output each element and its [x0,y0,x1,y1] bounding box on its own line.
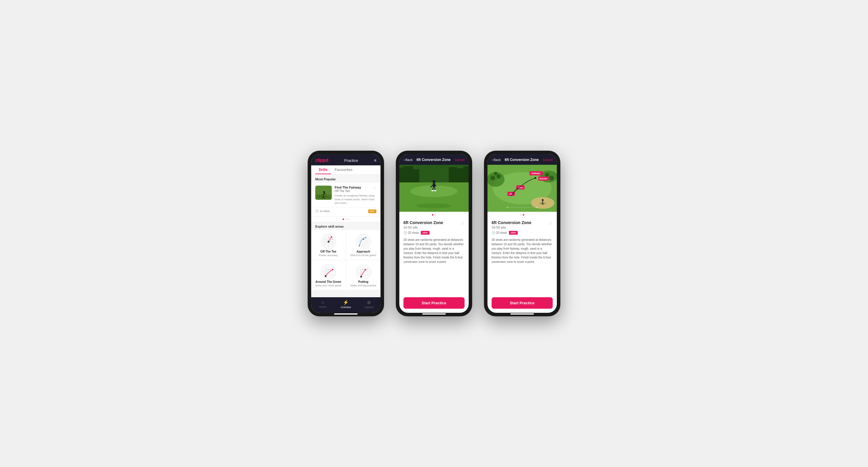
svg-point-58 [431,190,434,191]
back-chevron-icon: ‹ [492,158,493,162]
tab-favourites[interactable]: Favourites [331,165,356,174]
golf-course-map: SAND FAIRWAY ROUGH Hit [488,165,557,212]
back-button[interactable]: ‹ Back [492,158,501,162]
skill-putting[interactable]: Putting Make and lag practice [346,260,380,290]
start-practice-button[interactable]: Start Practice [403,297,465,309]
skill-name: Off The Tee [320,250,336,253]
svg-point-22 [328,237,329,238]
cancel-button[interactable]: Cancel [543,158,553,162]
phone1-header: clippd Practice ≡ [311,154,380,165]
favourite-star-icon[interactable]: ☆ [373,186,376,190]
phone-3: ‹ Back 6ft Conversion Zone Cancel SAND [484,151,560,316]
shots-count: 10 shots [320,210,330,213]
golf-photo-image [399,165,469,212]
skill-desc: Make and lag practice [350,284,376,287]
app-logo: clippd [315,158,328,163]
svg-point-3 [323,191,325,193]
header-title: Practice [344,158,358,163]
svg-point-20 [331,236,332,238]
shots-info: 🕐 20 shots [492,231,507,234]
image-dots [399,212,469,217]
svg-point-38 [360,276,362,277]
tab-drills[interactable]: Drills [315,165,331,174]
phone2-header: ‹ Back 6ft Conversion Zone Cancel [399,154,469,165]
dot-2 [345,219,347,220]
svg-point-30 [321,264,336,279]
putting-icon [355,264,372,280]
svg-point-24 [356,234,371,249]
svg-rect-52 [433,183,435,187]
svg-point-67 [490,176,495,180]
svg-point-81 [542,199,544,201]
favourite-star-icon[interactable]: ☆ [460,220,465,226]
svg-point-29 [363,239,364,240]
favourite-star-icon[interactable]: ☆ [549,220,553,226]
nav-home[interactable]: ⌂ Home [311,300,334,309]
course-map-image: SAND FAIRWAY ROUGH Hit [488,165,557,212]
image-dots [488,212,557,217]
most-popular-title: Most Popular [311,174,380,183]
svg-point-27 [365,237,366,238]
skill-desc: Hone your short game [315,284,341,287]
skill-name: Putting [358,280,368,283]
clock-icon: 🕐 [315,210,318,213]
card-sub: Off The Tee [335,190,376,193]
svg-point-35 [330,270,331,270]
svg-point-21 [328,241,330,243]
cancel-button[interactable]: Cancel [455,158,465,162]
drill-detail-content: 6ft Conversion Zone 10-50 yds ☆ 🕐 20 sho… [488,217,557,295]
tabs-bar: Drills Favourites [311,165,380,174]
svg-point-70 [545,173,549,177]
svg-rect-48 [463,166,469,182]
featured-card[interactable]: Find The Fairway Off The Tee Create an i… [311,183,380,216]
drill-badge: ARG [509,231,518,235]
drill-badge: ARG [421,231,430,235]
start-practice-button[interactable]: Start Practice [492,297,553,309]
dot-1 [520,214,522,215]
capture-icon: ⊕ [367,300,371,305]
hero-image [399,165,469,212]
svg-point-68 [497,174,501,178]
home-bar [422,313,446,314]
svg-point-59 [434,190,436,191]
detail-title: 6ft Conversion Zone [504,158,538,162]
drill-description: 20 shots are randomly generated at dista… [492,238,553,264]
activities-icon: ⚡ [343,300,349,305]
carousel-dots [311,217,380,222]
nav-activities[interactable]: ⚡ Activities [334,300,358,309]
svg-point-51 [433,180,435,183]
svg-point-39 [362,268,363,269]
shots-count: 20 shots [496,231,507,234]
nav-home-label: Home [319,305,326,308]
svg-rect-45 [412,169,419,182]
svg-point-28 [359,245,360,246]
svg-text:FAIRWAY: FAIRWAY [531,172,540,174]
svg-text:ROUGH: ROUGH [539,178,547,180]
nav-capture[interactable]: ⊕ Capture [357,300,380,309]
explore-title: Explore skill areas [311,222,380,230]
dot-1 [343,219,344,220]
skill-off-the-tee[interactable]: Off The Tee Power accuracy [311,230,346,260]
clock-icon: 🕐 [492,231,495,234]
dot-3 [348,219,349,220]
back-chevron-icon: ‹ [403,158,405,162]
skill-name: Approach [356,250,370,253]
shots-info: 🕐 20 shots [403,231,419,234]
menu-icon[interactable]: ≡ [374,158,376,163]
svg-point-87 [507,207,508,208]
phone-1: clippd Practice ≡ Drills Favourites Most… [308,151,384,316]
dot-2 [523,214,524,215]
skill-around-the-green[interactable]: Around The Green Hone your short game [311,260,346,290]
dot-1 [432,214,433,215]
home-bar [334,313,358,314]
skill-desc: Power accuracy [319,254,338,257]
skill-approach[interactable]: Approach Dial-in to hit the green [346,230,380,260]
svg-point-34 [329,269,330,270]
svg-point-33 [326,268,327,269]
drill-badge: OTT [368,209,376,213]
back-button[interactable]: ‹ Back [403,158,412,162]
drill-distance: 10-50 yds [492,226,531,229]
skills-grid: Off The Tee Power accuracy [311,230,380,291]
svg-point-71 [549,176,554,180]
svg-point-37 [364,269,366,270]
